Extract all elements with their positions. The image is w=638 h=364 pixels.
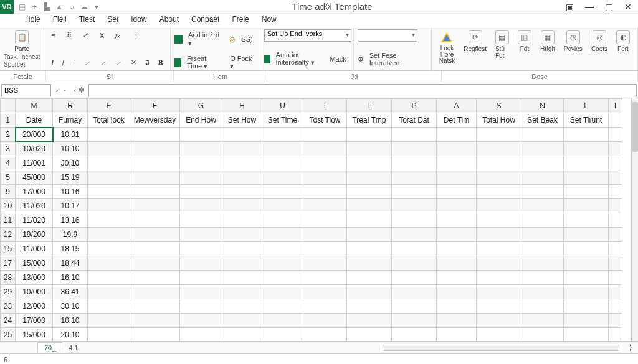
cell[interactable] [392,285,437,299]
cell[interactable] [130,199,180,213]
cell[interactable] [88,170,130,185]
cell[interactable]: 15/000 [16,328,53,342]
cell[interactable] [303,285,347,299]
table-header-cell[interactable]: Det Tim [437,113,477,128]
cell[interactable] [437,142,477,156]
cell[interactable] [303,199,347,213]
expand-icon[interactable]: ⤢ [80,29,92,41]
cell[interactable] [180,271,222,285]
cell[interactable] [180,199,222,213]
cell[interactable]: 17/000 [16,185,53,199]
cell[interactable] [564,299,609,314]
dropdown-icon[interactable]: ▾ [92,2,101,11]
menu-set[interactable]: Set [107,15,118,26]
cell[interactable] [130,285,180,299]
cell[interactable] [437,228,477,242]
cell[interactable] [222,256,262,271]
bold-italic-button[interactable]: I [48,57,56,68]
cell[interactable] [130,156,180,170]
cell[interactable] [609,128,622,142]
cell[interactable] [521,185,564,199]
cell[interactable] [262,314,303,328]
apostrophe-button[interactable]: ʼ [70,57,79,68]
cell[interactable] [222,170,262,185]
cell[interactable] [262,170,303,185]
cell[interactable] [262,271,303,285]
cell[interactable] [180,213,222,228]
cell[interactable] [180,185,222,199]
cell[interactable]: 10/020 [16,142,53,156]
select-all-corner[interactable] [1,99,16,113]
cell[interactable] [222,185,262,199]
cell[interactable] [88,299,130,314]
column-header[interactable]: M [16,99,53,113]
cell[interactable]: J0.10 [53,156,88,170]
cell[interactable] [180,242,222,256]
cell[interactable] [521,256,564,271]
maximize-icon[interactable]: ▢ [605,2,613,12]
cell[interactable] [180,156,222,170]
cell[interactable] [180,285,222,299]
column-header[interactable]: L [564,99,609,113]
cell[interactable] [521,128,564,142]
plus-icon[interactable]: + [30,2,39,11]
close-icon[interactable]: ✕ [624,2,632,12]
cell[interactable] [180,328,222,342]
fert-button[interactable]: ◐Fert [612,29,634,68]
cell[interactable] [392,271,437,285]
scroll-right-icon[interactable]: ⟩ [629,343,632,352]
cell[interactable] [222,314,262,328]
italic-button[interactable]: I [59,57,67,68]
table-header-cell[interactable]: Set Beak [521,113,564,128]
column-header[interactable]: P [392,99,437,113]
cell[interactable] [303,170,347,185]
cell[interactable]: 18.44 [53,256,88,271]
cell[interactable] [392,142,437,156]
fx-icon[interactable]: 𝑓ₓ [112,29,123,41]
cell[interactable] [222,328,262,342]
name-box[interactable]: BSS [1,84,51,96]
cell[interactable] [347,199,392,213]
cell[interactable] [477,142,521,156]
save-icon[interactable]: ▤ [17,2,26,11]
cell[interactable] [222,228,262,242]
cell[interactable] [347,228,392,242]
cell[interactable] [262,199,303,213]
aed-button[interactable]: Aed in ʔrd ▾ [185,29,227,49]
paste-options[interactable]: Task. Inchest Spurcet [4,54,40,68]
namebox-dropdown-icon[interactable]: ⟋ ▾ [51,86,70,93]
cell[interactable] [392,242,437,256]
table-header-cell[interactable]: Total look [88,113,130,128]
cell[interactable] [609,285,622,299]
cell[interactable]: 18.15 [53,242,88,256]
row-header[interactable]: 1 [1,113,16,128]
cell[interactable] [477,242,521,256]
cell[interactable]: 10.10 [53,314,88,328]
cell[interactable] [521,199,564,213]
cell[interactable] [180,128,222,142]
cell[interactable] [88,271,130,285]
cell[interactable] [564,170,609,185]
style1-button[interactable]: 𝕴 [142,57,153,68]
row-header[interactable]: 28 [1,271,16,285]
slash2-button[interactable]: ⟋ [97,57,110,68]
cell[interactable] [609,299,622,314]
cell[interactable] [609,156,622,170]
cell[interactable] [222,199,262,213]
cell[interactable] [609,213,622,228]
cell[interactable]: 11/001 [16,156,53,170]
cell[interactable]: 11/000 [16,242,53,256]
table-header-cell[interactable]: Tost Tiow [303,113,347,128]
cell[interactable]: 36.41 [53,285,88,299]
cell[interactable] [262,185,303,199]
cell[interactable] [392,213,437,228]
cell[interactable] [262,156,303,170]
cell[interactable] [130,142,180,156]
frseat-button[interactable]: Frseat Time ▾ [184,53,224,72]
cell[interactable] [564,285,609,299]
cell[interactable] [88,328,130,342]
table-header-cell[interactable]: End How [180,113,222,128]
cell[interactable] [521,242,564,256]
row-header[interactable]: 17 [1,256,16,271]
fdt-button[interactable]: ▥Fdt [514,29,535,68]
